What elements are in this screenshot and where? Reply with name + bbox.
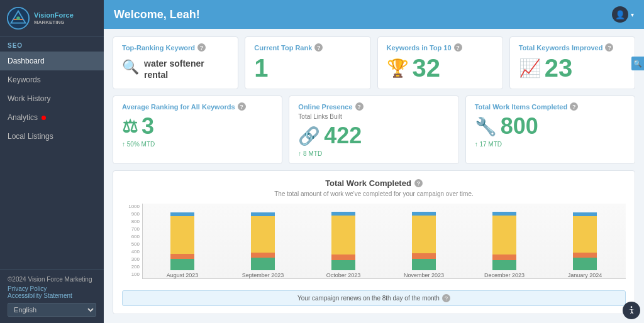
accessibility-button[interactable] (623, 302, 640, 319)
copyright: ©2024 Vision Force Marketing (8, 276, 96, 283)
bar-group-nov2023: November 2023 (387, 212, 461, 278)
keyword-text: water softener rental (144, 58, 229, 80)
bar-seg-green-dec (492, 260, 516, 270)
info-icon-avg-ranking[interactable]: ? (238, 102, 246, 111)
card-top-ranking-keyword: Top-Ranking Keyword ? 🔍 water softener r… (113, 36, 238, 89)
card-online-presence: Online Presence ? Total Links Built 🔗 42… (289, 96, 458, 164)
y-label-500: 500 (122, 241, 140, 247)
card-title-total-work-items: Total Work Items Completed ? (475, 102, 626, 111)
scale-icon: ⚖ (122, 116, 138, 137)
trophy-icon: 🏆 (387, 58, 409, 79)
bar-label-sep: September 2023 (242, 272, 284, 278)
search-icon: 🔍 (122, 59, 139, 75)
y-label-800: 800 (122, 219, 140, 224)
sidebar-item-work-history[interactable]: Work History (0, 89, 104, 108)
info-icon-keywords-improved[interactable]: ? (605, 43, 613, 52)
info-icon-campaign-renew[interactable]: ? (442, 294, 450, 302)
bar-seg-red-dec (492, 255, 516, 260)
chart-container: 1000 900 800 700 600 500 400 300 200 100 (122, 204, 626, 285)
bar-label-dec: December 2023 (484, 272, 525, 278)
accessibility-link[interactable]: Accessibility Statement (8, 292, 96, 299)
bar-group-aug2023: August 2023 (145, 212, 219, 278)
card-keywords-top-10: Keywords in Top 10 ? 🏆 32 (377, 36, 503, 89)
bar-seg-green-oct (331, 260, 355, 270)
card-total-work-items: Total Work Items Completed ? 🔧 800 ↑ 17 … (465, 96, 635, 164)
user-menu[interactable]: 👤 ▾ (612, 6, 634, 23)
card-title-current-rank: Current Top Rank ? (254, 43, 361, 52)
sidebar-item-analytics[interactable]: Analytics (0, 108, 104, 127)
user-avatar: 👤 (612, 6, 628, 23)
info-icon-top-ranking[interactable]: ? (197, 43, 206, 52)
bar-seg-red-sep (251, 253, 275, 258)
bar-stack-oct2023 (331, 212, 355, 270)
stat-value-rank: 1 (254, 54, 361, 82)
chart-title: Total Work Completed ? (122, 178, 626, 188)
main-content: Welcome, Leah! 👤 ▾ Top-Ranking Keyword ?… (104, 0, 644, 323)
info-icon-total-work-items[interactable]: ? (570, 102, 578, 111)
right-search-icon[interactable]: 🔍 (631, 57, 644, 70)
keyword-display: 🔍 water softener rental (122, 54, 229, 80)
stat-value-top10: 🏆 32 (387, 54, 494, 82)
y-label-600: 600 (122, 234, 140, 239)
wrench-icon: 🔧 (475, 116, 497, 137)
chart-subtitle: The total amount of work we've completed… (122, 190, 626, 197)
bar-label-nov: November 2023 (404, 272, 444, 278)
info-icon-online-presence[interactable]: ? (355, 102, 364, 111)
y-label-100: 100 (122, 271, 140, 277)
page-title: Welcome, Leah! (114, 8, 200, 21)
footer-url: https://www.cleanerbetterwater.com/ (113, 320, 635, 323)
mtd-avg-ranking: ↑ 50% MTD (122, 141, 273, 148)
bar-stack-dec2023 (492, 212, 516, 270)
bar-label-aug: August 2023 (167, 272, 199, 278)
bar-seg-yellow-nov (412, 216, 436, 253)
bar-seg-yellow-aug (170, 216, 194, 254)
privacy-link[interactable]: Privacy Policy (8, 285, 96, 292)
info-icon-current-rank[interactable]: ? (314, 43, 323, 52)
bar-label-jan: January 2024 (568, 272, 602, 278)
card-title-online-presence: Online Presence ? (298, 102, 449, 111)
bar-seg-red-jan (573, 253, 597, 258)
bar-stack-sep2023 (251, 212, 275, 270)
bar-seg-green-jan (573, 258, 597, 270)
analytics-notification-dot (42, 116, 46, 120)
bar-seg-yellow-oct (331, 216, 355, 255)
trending-icon: 📈 (519, 58, 541, 79)
bar-group-sep2023: September 2023 (226, 212, 300, 278)
card-title-avg-ranking: Average Ranking for All Keywords ? (122, 102, 273, 111)
bar-group-jan2024: January 2024 (548, 212, 622, 278)
chart-section: Total Work Completed ? The total amount … (113, 170, 635, 314)
svg-point-3 (16, 16, 20, 20)
bar-seg-green-aug (170, 259, 194, 270)
bar-stack-nov2023 (412, 212, 436, 270)
info-icon-keywords-top10[interactable]: ? (454, 43, 462, 52)
y-label-400: 400 (122, 249, 140, 255)
y-label-300: 300 (122, 256, 140, 262)
stat-value-online-presence: 🔗 422 (298, 123, 449, 149)
sidebar: VisionForce MARKETING SEO Dashboard Keyw… (0, 0, 104, 323)
sidebar-footer: ©2024 Vision Force Marketing Privacy Pol… (0, 269, 104, 323)
bar-stack-jan2024 (573, 212, 597, 270)
language-select[interactable]: English (8, 303, 96, 317)
card-avg-ranking: Average Ranking for All Keywords ? ⚖ 3 ↑… (113, 96, 282, 164)
y-label-700: 700 (122, 226, 140, 232)
mtd-total-work-items: ↑ 17 MTD (475, 141, 626, 148)
bar-seg-yellow-dec (492, 216, 516, 255)
bar-seg-yellow-jan (573, 216, 597, 253)
logo-icon (6, 6, 30, 30)
mtd-online-presence: ↑ 8 MTD (298, 150, 449, 157)
stats-row-1: Top-Ranking Keyword ? 🔍 water softener r… (113, 36, 635, 89)
info-icon-chart[interactable]: ? (414, 179, 423, 187)
sidebar-item-keywords[interactable]: Keywords (0, 70, 104, 89)
stat-value-improved: 📈 23 (519, 54, 626, 82)
y-label-200: 200 (122, 264, 140, 270)
accessibility-icon (626, 305, 636, 315)
card-title-top-ranking: Top-Ranking Keyword ? (122, 43, 229, 52)
card-title-keywords-top10: Keywords in Top 10 ? (387, 43, 494, 52)
sidebar-item-local-listings[interactable]: Local Listings (0, 127, 104, 146)
bar-group-oct2023: October 2023 (306, 212, 380, 278)
bar-seg-red-nov (412, 253, 436, 259)
sidebar-nav: Dashboard Keywords Work History Analytic… (0, 52, 104, 269)
bar-stack-aug2023 (170, 212, 194, 270)
sidebar-item-dashboard[interactable]: Dashboard (0, 52, 104, 70)
card-current-top-rank: Current Top Rank ? 1 (245, 36, 370, 89)
